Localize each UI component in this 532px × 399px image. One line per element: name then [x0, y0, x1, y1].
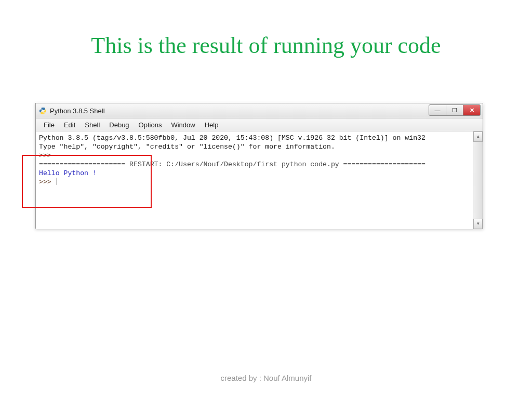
- shell-restart-line: ===================== RESTART: C:/Users/…: [39, 161, 425, 168]
- menu-window[interactable]: Window: [166, 121, 200, 129]
- vertical-scrollbar[interactable]: ▴ ▾: [473, 131, 483, 229]
- window-controls: — ☐ ✕: [429, 104, 481, 116]
- svg-point-0: [42, 108, 42, 109]
- scrollbar-track[interactable]: [473, 142, 483, 219]
- window-title-text: Python 3.8.5 Shell: [50, 107, 105, 115]
- python-icon: [39, 107, 47, 115]
- chevron-up-icon: ▴: [477, 134, 480, 139]
- python-shell-window: Python 3.8.5 Shell — ☐ ✕ File Edit Shell…: [35, 103, 483, 229]
- shell-text-area[interactable]: Python 3.8.5 (tags/v3.8.5:580fbb0, Jul 2…: [36, 131, 473, 229]
- scroll-up-button[interactable]: ▴: [473, 131, 483, 142]
- maximize-icon: ☐: [452, 107, 457, 114]
- slide-title: This is the result of running your code: [0, 32, 532, 59]
- shell-prompt-2: >>>: [39, 178, 56, 186]
- scroll-down-button[interactable]: ▾: [473, 219, 483, 229]
- text-cursor: [57, 178, 57, 185]
- minimize-button[interactable]: —: [429, 104, 446, 116]
- close-button[interactable]: ✕: [463, 104, 481, 116]
- shell-client-area: Python 3.8.5 (tags/v3.8.5:580fbb0, Jul 2…: [36, 131, 483, 229]
- menu-debug[interactable]: Debug: [104, 121, 134, 129]
- slide-footer: created by : Nouf Almunyif: [0, 374, 532, 382]
- shell-banner-line-1: Python 3.8.5 (tags/v3.8.5:580fbb0, Jul 2…: [39, 134, 425, 142]
- shell-output-line: Hello Python !: [39, 169, 97, 177]
- menu-edit[interactable]: Edit: [59, 121, 80, 129]
- minimize-icon: —: [435, 107, 441, 113]
- menu-shell[interactable]: Shell: [80, 121, 104, 129]
- maximize-button[interactable]: ☐: [446, 104, 463, 116]
- shell-banner-line-2: Type "help", "copyright", "credits" or "…: [39, 143, 335, 151]
- window-titlebar[interactable]: Python 3.8.5 Shell — ☐ ✕: [36, 103, 483, 118]
- menu-bar: File Edit Shell Debug Options Window Hel…: [36, 118, 483, 131]
- svg-point-1: [44, 113, 44, 113]
- menu-options[interactable]: Options: [134, 121, 167, 129]
- menu-file[interactable]: File: [39, 121, 59, 129]
- chevron-down-icon: ▾: [477, 221, 480, 226]
- shell-prompt-1: >>>: [39, 152, 56, 159]
- close-icon: ✕: [470, 107, 474, 114]
- menu-help[interactable]: Help: [200, 121, 223, 129]
